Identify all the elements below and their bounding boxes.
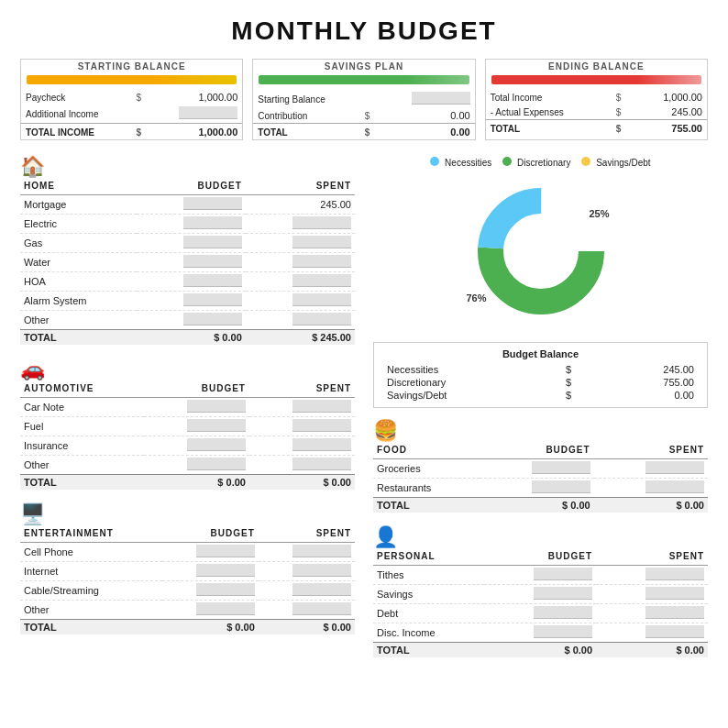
automotive-total-row: TOTAL $ 0.00 $ 0.00 [20,475,355,491]
personal-table: PERSONAL BUDGET SPENT TithesSavingsDebtD… [373,549,708,657]
food-budget-input-0[interactable] [532,461,590,474]
home-budget-input-2[interactable] [183,236,242,248]
entertainment-table: ENTERTAINMENT BUDGET SPENT Cell PhoneInt… [20,526,355,634]
table-row: Restaurants [373,479,708,498]
budget-balance-table: Necessities $ 245.00 Discretionary $ 755… [383,363,698,402]
food-icon: 🍔 [373,421,398,441]
home-spent-input-3[interactable] [292,255,351,268]
food-total-row: TOTAL $ 0.00 $ 0.00 [373,498,708,513]
starting-balance-input[interactable] [412,92,470,105]
left-column: 🏠 HOME BUDGET SPENT Mortgage245.00Electr… [20,157,355,672]
automotive-budget-input-0[interactable] [187,400,246,413]
table-row: Savings [373,585,708,604]
automotive-spent-input-0[interactable] [292,400,351,413]
personal-budget-input-3[interactable] [534,625,592,638]
automotive-spent-input-2[interactable] [292,438,351,451]
savings-plan-header: SAVINGS PLAN [253,60,474,75]
home-budget-input-1[interactable] [183,216,242,229]
food-spent-input-1[interactable] [645,480,704,493]
donut-svg [463,173,619,329]
home-spent-input-4[interactable] [292,274,351,287]
entertainment-section-header: 🖥️ [20,504,355,524]
table-row: Groceries [373,459,708,479]
automotive-budget-input-1[interactable] [187,419,246,432]
entertainment-spent-input-3[interactable] [292,602,351,615]
table-row: Insurance [20,436,355,456]
top-section: STARTING BALANCE Paycheck $ 1,000.00 Add… [20,59,708,140]
table-row: Alarm System [20,292,355,311]
home-budget-input-5[interactable] [183,293,242,306]
personal-icon: 👤 [373,527,398,547]
budget-balance-title: Budget Balance [383,348,698,359]
food-budget-input-1[interactable] [532,480,590,493]
food-spent-input-0[interactable] [645,461,704,474]
food-budget-col: BUDGET [480,443,593,459]
table-row: Contribution $ 0.00 [253,108,474,124]
entertainment-label-col: ENTERTAINMENT [20,526,162,543]
home-budget-input-0[interactable] [183,197,242,210]
personal-spent-input-0[interactable] [645,568,704,580]
automotive-budget-input-3[interactable] [187,458,246,470]
legend-discretionary: Discretionary [502,157,570,168]
table-row: Other [20,456,355,475]
right-column: Necessities Discretionary Savings/Debt [373,157,708,672]
home-budget-input-3[interactable] [183,255,242,268]
personal-budget-input-2[interactable] [534,606,592,619]
table-row: Fuel [20,417,355,436]
entertainment-budget-input-3[interactable] [196,602,255,615]
table-row: Starting Balance [253,90,474,108]
table-row: Gas [20,234,355,253]
legend-necessities: Necessities [430,157,491,168]
page-title: MONTHLY BUDGET [20,17,708,46]
food-spent-col: SPENT [594,443,708,459]
personal-label-col: PERSONAL [373,549,484,566]
table-row: Electric [20,215,355,234]
entertainment-spent-input-1[interactable] [292,564,351,577]
automotive-spent-input-3[interactable] [292,458,351,470]
automotive-table: AUTOMOTIVE BUDGET SPENT Car NoteFuelInsu… [20,381,355,490]
entertainment-icon: 🖥️ [20,504,45,524]
food-section-header: 🍔 [373,421,708,441]
home-spent-input-2[interactable] [292,236,351,248]
home-budget-input-4[interactable] [183,274,242,287]
personal-spent-input-3[interactable] [645,625,704,638]
entertainment-budget-input-0[interactable] [196,545,255,557]
entertainment-budget-col: BUDGET [162,526,259,543]
starting-balance-bar [27,75,237,84]
personal-budget-input-0[interactable] [534,568,592,580]
personal-spent-input-2[interactable] [645,606,704,619]
entertainment-spent-input-0[interactable] [292,545,351,557]
main-grid: 🏠 HOME BUDGET SPENT Mortgage245.00Electr… [20,157,708,672]
savings-plan-card: SAVINGS PLAN Starting Balance Contributi… [252,59,475,140]
home-spent-input-6[interactable] [292,313,351,325]
personal-total-row: TOTAL $ 0.00 $ 0.00 [373,643,708,658]
table-row: Paycheck $ 1,000.00 [21,90,242,105]
additional-income-input[interactable] [179,106,237,119]
donut-label-76: 76% [467,292,487,303]
table-row: Tithes [373,566,708,585]
table-row: Car Note [20,398,355,417]
starting-balance-total-row: TOTAL INCOME $ 1,000.00 [21,124,242,140]
entertainment-budget-input-1[interactable] [196,564,255,577]
personal-spent-col: SPENT [596,549,708,566]
personal-spent-input-1[interactable] [645,587,704,600]
home-spent-input-5[interactable] [292,293,351,306]
entertainment-spent-col: SPENT [259,526,355,543]
ending-balance-total-row: TOTAL $ 755.00 [486,120,707,137]
table-row: Cell Phone [20,543,355,562]
home-total-row: TOTAL $ 0.00 $ 245.00 [20,330,355,346]
entertainment-budget-input-2[interactable] [196,583,255,596]
automotive-spent-input-1[interactable] [292,419,351,432]
table-row: HOA [20,272,355,292]
entertainment-spent-input-2[interactable] [292,583,351,596]
automotive-spent-col: SPENT [249,381,355,398]
personal-section-header: 👤 [373,527,708,547]
automotive-budget-input-2[interactable] [187,438,246,451]
home-budget-input-6[interactable] [183,313,242,325]
food-section: 🍔 FOOD BUDGET SPENT GroceriesRestaurants… [373,421,708,513]
donut-chart: 76% 25% [463,173,619,329]
personal-budget-input-1[interactable] [534,587,592,600]
ending-balance-header: ENDING BALANCE [486,60,707,75]
home-spent-input-1[interactable] [292,216,351,229]
starting-balance-card: STARTING BALANCE Paycheck $ 1,000.00 Add… [20,59,243,140]
